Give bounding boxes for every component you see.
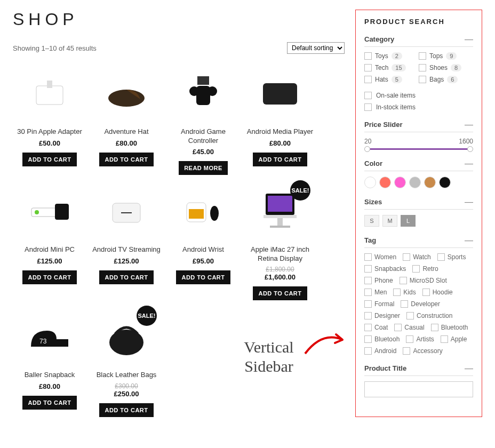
tag-toggle[interactable]: Tag — — [364, 236, 473, 248]
read-more-button[interactable]: READ MORE — [179, 161, 228, 175]
category-filter[interactable]: Shoes8 — [419, 64, 473, 71]
tag-filter[interactable]: Sports — [437, 253, 466, 261]
collapse-icon: — — [465, 199, 473, 205]
category-filter[interactable]: Hats5 — [364, 76, 419, 83]
product-card[interactable]: Adventure Hat £80.00 ADD TO CART — [90, 62, 163, 175]
size-option[interactable]: M — [382, 215, 397, 227]
category-filter[interactable]: Toys2 — [364, 52, 419, 60]
tag-filter[interactable]: Kids — [393, 289, 416, 296]
product-image — [171, 182, 235, 241]
vertical-sidebar: PRODUCT SEARCH Category — Toys2Tops9Tech… — [355, 10, 482, 417]
product-title-section: Product Title — — [364, 364, 473, 397]
product-title: Apple iMac 27 inch Retina Display — [243, 245, 317, 263]
category-filter[interactable]: Bags6 — [419, 76, 473, 83]
color-swatch[interactable] — [409, 177, 421, 188]
checkbox-icon — [419, 64, 426, 71]
product-card[interactable]: 73 Baller Snapback £80.00 ADD TO CART — [13, 306, 86, 417]
tag-filter[interactable]: Bluetooth — [431, 324, 468, 331]
svg-rect-17 — [264, 215, 297, 218]
product-price: £80.00 — [243, 139, 317, 147]
price-slider[interactable] — [368, 148, 470, 150]
tag-filter[interactable]: Watch — [403, 253, 431, 261]
add-to-cart-button[interactable]: ADD TO CART — [22, 396, 76, 410]
color-swatch[interactable] — [424, 177, 436, 188]
size-option[interactable]: L — [401, 215, 416, 227]
color-toggle[interactable]: Color — — [364, 159, 473, 171]
tag-filter[interactable]: Construction — [406, 312, 452, 319]
sizes-section: Sizes — SML — [364, 198, 473, 227]
category-filter[interactable]: Tops9 — [419, 52, 473, 60]
svg-point-4 — [189, 86, 199, 96]
product-price: £50.00 — [13, 139, 86, 147]
onsale-filter[interactable]: On-sale items — [364, 92, 473, 99]
size-option[interactable]: S — [364, 215, 379, 227]
add-to-cart-button[interactable]: ADD TO CART — [99, 270, 153, 284]
tag-filter[interactable]: Snapbacks — [364, 265, 406, 273]
slider-thumb-max[interactable] — [467, 146, 473, 152]
checkbox-icon — [422, 289, 430, 296]
product-price: £1,800.00£1,600.00 — [243, 266, 317, 281]
collapse-icon: — — [465, 238, 473, 243]
tag-filter[interactable]: Formal — [364, 300, 394, 308]
annotation: Vertical Sidebar — [205, 338, 333, 376]
sizes-toggle[interactable]: Sizes — — [364, 198, 473, 210]
sort-select[interactable]: Default sorting — [287, 42, 345, 54]
color-swatch[interactable] — [364, 177, 376, 188]
instock-filter[interactable]: In-stock items — [364, 103, 473, 111]
color-swatch[interactable] — [379, 177, 391, 188]
tag-filter[interactable]: Coat — [364, 324, 388, 331]
tag-filter[interactable]: MicroSD Slot — [400, 277, 447, 284]
product-title-input[interactable] — [364, 381, 473, 397]
product-card[interactable]: SALE! Black Leather Bags £300.00£250.00 … — [90, 306, 163, 417]
product-image: 73 — [18, 308, 82, 366]
tag-filter[interactable]: Accessory — [403, 347, 442, 355]
color-swatch[interactable] — [394, 177, 406, 188]
add-to-cart-button[interactable]: ADD TO CART — [176, 270, 230, 284]
tag-filter[interactable]: Men — [364, 289, 387, 296]
product-title: Android Mini PC — [13, 245, 86, 255]
add-to-cart-button[interactable]: ADD TO CART — [253, 286, 307, 300]
shop-main: SHOP Showing 1–10 of 45 results Default … — [13, 10, 345, 417]
collapse-icon: — — [465, 37, 473, 42]
color-swatch[interactable] — [439, 177, 451, 188]
product-card[interactable]: Android Game Controller £45.00 READ MORE — [166, 62, 240, 175]
tag-filter[interactable]: Designer — [364, 312, 400, 319]
price-toggle[interactable]: Price Slider — — [364, 121, 473, 132]
checkbox-icon — [364, 265, 372, 273]
product-card[interactable]: Android TV Streaming £125.00 ADD TO CART — [90, 180, 163, 300]
tag-filter[interactable]: Android — [364, 347, 396, 355]
product-card[interactable]: SALE! Apple iMac 27 inch Retina Display … — [243, 180, 317, 300]
product-card[interactable]: Android Mini PC £125.00 ADD TO CART — [13, 180, 86, 300]
tag-filter[interactable]: Bluetooh — [364, 335, 400, 343]
product-price: £80.00 — [13, 382, 86, 390]
product-price: £95.00 — [166, 257, 240, 265]
ptitle-toggle[interactable]: Product Title — — [364, 364, 473, 376]
count-badge: 5 — [392, 76, 402, 83]
product-card[interactable]: Android Wrist £95.00 ADD TO CART — [166, 180, 240, 300]
add-to-cart-button[interactable]: ADD TO CART — [253, 153, 307, 166]
tag-filter[interactable]: Artists — [406, 335, 434, 343]
tag-filter[interactable]: Hoodie — [422, 289, 453, 296]
add-to-cart-button[interactable]: ADD TO CART — [99, 403, 153, 417]
product-image — [171, 65, 235, 123]
sidebar-title: PRODUCT SEARCH — [364, 18, 473, 26]
tag-filter[interactable]: Apple — [441, 335, 467, 343]
tag-filter[interactable]: Women — [364, 253, 396, 261]
checkbox-icon — [419, 52, 426, 60]
slider-thumb-min[interactable] — [364, 146, 370, 152]
add-to-cart-button[interactable]: ADD TO CART — [22, 153, 76, 166]
collapse-icon: — — [465, 161, 473, 166]
category-toggle[interactable]: Category — — [364, 35, 473, 47]
category-filter[interactable]: Tech15 — [364, 64, 419, 71]
add-to-cart-button[interactable]: ADD TO CART — [99, 153, 153, 166]
add-to-cart-button[interactable]: ADD TO CART — [22, 270, 76, 284]
product-card[interactable]: Android Media Player £80.00 ADD TO CART — [243, 62, 317, 175]
tag-filter[interactable]: Casual — [394, 324, 424, 331]
tag-filter[interactable]: Retro — [412, 265, 438, 273]
svg-rect-19 — [270, 226, 290, 228]
sale-badge: SALE! — [290, 180, 310, 201]
tag-filter[interactable]: Phone — [364, 277, 393, 284]
svg-rect-1 — [47, 81, 52, 88]
tag-filter[interactable]: Developer — [401, 300, 440, 308]
product-card[interactable]: 30 Pin Apple Adapter £50.00 ADD TO CART — [13, 62, 86, 175]
